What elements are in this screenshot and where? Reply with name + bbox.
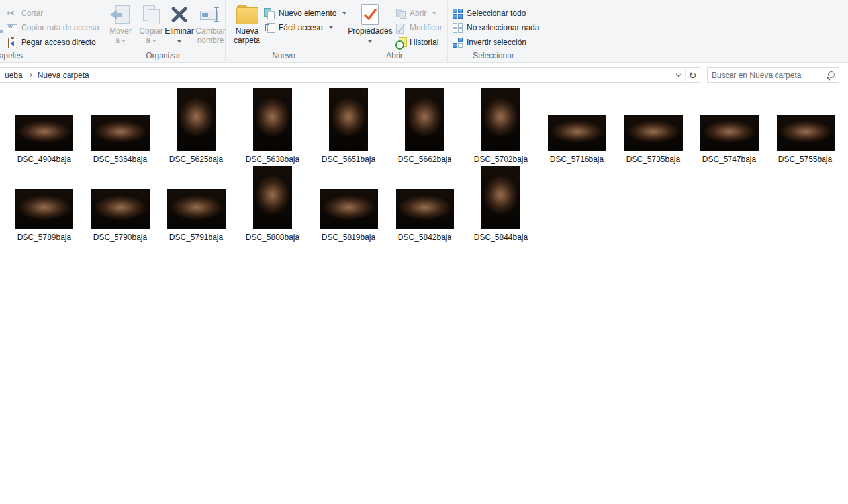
ribbon-group-new: Nueva carpeta Nuevo elemento Fácil acces… (226, 0, 342, 63)
cut-button[interactable]: Cortar (7, 7, 43, 20)
file-thumbnail[interactable] (320, 190, 377, 228)
file-thumbnail[interactable] (406, 89, 444, 150)
search-icon[interactable] (825, 70, 836, 81)
file-name: DSC_5716baja (550, 155, 604, 164)
address-row: ueba Nueva carpeta ↻ (0, 63, 848, 86)
file-thumbnail[interactable] (254, 89, 291, 150)
file-item[interactable]: DSC_5808baja (234, 164, 310, 242)
file-item[interactable]: DSC_5735baja (615, 86, 691, 164)
file-name: DSC_5625baja (169, 155, 223, 164)
file-item[interactable]: DSC_4904baja (6, 86, 82, 164)
file-thumbnail[interactable] (549, 116, 606, 150)
file-item[interactable]: DSC_5747baja (691, 86, 767, 164)
move-to-button[interactable]: Mover a (105, 3, 136, 52)
history-button[interactable]: Historial (395, 36, 438, 49)
invert-selection-button[interactable]: Invertir selección (453, 36, 526, 49)
new-section-label: Nuevo (226, 51, 342, 60)
file-thumbnail[interactable] (177, 89, 215, 150)
file-thumbnail[interactable] (16, 190, 73, 228)
select-none-label: No seleccionar nada (467, 23, 539, 32)
file-thumbnail-wrap (691, 86, 767, 150)
file-thumbnail[interactable] (701, 116, 758, 150)
easy-access-label: Fácil acceso (279, 23, 323, 32)
file-item[interactable]: DSC_5789baja (6, 164, 82, 242)
file-thumbnail-wrap (82, 86, 158, 150)
file-item[interactable]: DSC_5662baja (387, 86, 463, 164)
edit-button[interactable]: Modificar (395, 21, 442, 34)
rename-button[interactable]: Cambiar nombre (194, 3, 227, 52)
paste-shortcut-button[interactable]: Pegar acceso directo (7, 36, 96, 49)
new-item-icon (264, 8, 275, 19)
file-item[interactable]: DSC_5702baja (463, 86, 539, 164)
new-item-button[interactable]: Nuevo elemento (264, 7, 346, 20)
file-thumbnail[interactable] (482, 167, 520, 228)
rename-label-2: nombre (197, 36, 224, 45)
file-item[interactable]: DSC_5651baja (310, 86, 387, 164)
open-label: Abrir (410, 9, 426, 18)
copy-path-button[interactable]: Copiar ruta de acceso (7, 21, 99, 34)
delete-x-icon (171, 6, 188, 23)
file-thumbnail[interactable] (92, 116, 149, 150)
file-item[interactable]: DSC_5842baja (387, 164, 463, 242)
dropdown-arrow-icon (122, 40, 126, 42)
file-item[interactable]: DSC_5790baja (82, 164, 158, 242)
ribbon-group-select: Seleccionar todo No seleccionar nada Inv… (448, 0, 540, 63)
dropdown-arrow-icon (177, 40, 181, 43)
easy-access-button[interactable]: Fácil acceso (264, 21, 333, 34)
move-to-label-1: Mover (109, 26, 131, 36)
file-name: DSC_5755baja (778, 155, 832, 164)
file-thumbnail[interactable] (625, 116, 682, 150)
file-item[interactable]: DSC_5755baja (767, 86, 843, 164)
file-item[interactable]: DSC_5638baja (234, 86, 310, 164)
select-none-button[interactable]: No seleccionar nada (453, 21, 539, 34)
address-bar[interactable]: ueba Nueva carpeta ↻ (0, 67, 700, 83)
file-thumbnail[interactable] (168, 190, 225, 228)
file-name: DSC_4904baja (17, 155, 71, 164)
files-grid: DSC_4904baja DSC_5364baja DSC_5625baja D… (0, 86, 848, 242)
file-thumbnail-wrap (158, 164, 234, 228)
file-thumbnail[interactable] (16, 116, 73, 150)
file-item[interactable]: DSC_5844baja (463, 164, 539, 242)
copy-path-label: Copiar ruta de acceso (21, 23, 99, 32)
rename-icon (200, 4, 221, 25)
file-thumbnail-wrap (310, 164, 387, 228)
delete-button[interactable]: Eliminar (163, 3, 196, 52)
address-dropdown-button[interactable] (671, 68, 685, 82)
breadcrumb-parent[interactable]: ueba (0, 71, 27, 80)
file-item[interactable]: DSC_5791baja (158, 164, 234, 242)
paste-shortcut-label: Pegar acceso directo (21, 38, 96, 47)
file-thumbnail[interactable] (92, 190, 149, 228)
file-thumbnail-wrap (158, 86, 234, 150)
copy-path-icon (7, 22, 17, 33)
select-none-icon (453, 23, 463, 33)
file-item[interactable]: DSC_5819baja (310, 164, 387, 242)
file-name: DSC_5638baja (246, 155, 299, 164)
file-thumbnail[interactable] (330, 89, 367, 150)
search-input[interactable] (708, 71, 825, 80)
file-thumbnail-wrap (463, 86, 539, 150)
file-name: DSC_5747baja (702, 155, 756, 164)
file-item[interactable]: DSC_5716baja (539, 86, 615, 164)
file-thumbnail-wrap (6, 164, 82, 228)
breadcrumb-current[interactable]: Nueva carpeta (33, 71, 94, 80)
dropdown-arrow-icon (432, 12, 436, 15)
file-name: DSC_5651baja (322, 155, 375, 164)
file-name: DSC_5790baja (93, 233, 147, 242)
file-thumbnail[interactable] (482, 89, 520, 150)
move-to-icon (110, 4, 131, 25)
properties-button[interactable]: Propiedades (349, 3, 391, 52)
file-thumbnail[interactable] (254, 167, 291, 228)
copy-to-button[interactable]: Copiar a (136, 3, 166, 52)
refresh-button[interactable]: ↻ (685, 68, 700, 82)
dropdown-arrow-icon (329, 26, 333, 29)
open-button[interactable]: Abrir (395, 7, 436, 20)
file-thumbnail-wrap (234, 164, 310, 228)
scissors-icon (7, 8, 17, 19)
file-thumbnail[interactable] (777, 116, 834, 150)
select-all-button[interactable]: Seleccionar todo (453, 7, 526, 20)
new-folder-button[interactable]: Nueva carpeta (231, 3, 263, 52)
file-item[interactable]: DSC_5364baja (82, 86, 158, 164)
file-item[interactable]: DSC_5625baja (158, 86, 234, 164)
refresh-icon: ↻ (689, 71, 697, 80)
file-thumbnail[interactable] (397, 190, 453, 228)
